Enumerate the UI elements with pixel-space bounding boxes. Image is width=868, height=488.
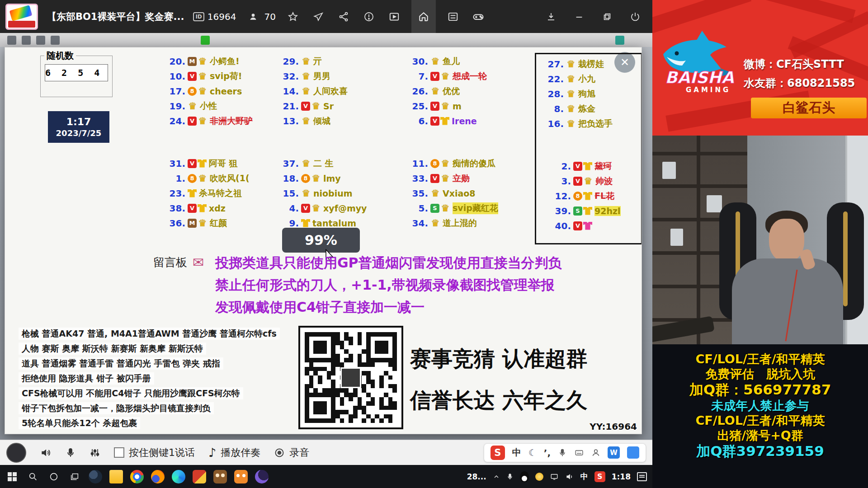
player-number: 20.: [166, 56, 185, 67]
home-tab[interactable]: [411, 0, 436, 33]
badge-crown-icon: ♛: [301, 159, 311, 168]
record-label[interactable]: 录音: [289, 446, 309, 460]
promo-headline-2: 信誉长达 六年之久: [410, 386, 587, 415]
promo-ad-line: CF/LOL/王者/和平精英: [695, 352, 825, 366]
player-badges: [301, 219, 310, 227]
badge-m-icon: M: [188, 219, 197, 228]
roster-row: 11. 8♛ 痴情的傻瓜: [409, 156, 498, 171]
speaker-icon[interactable]: [40, 447, 52, 459]
minimize-button[interactable]: [571, 8, 587, 26]
cortana-icon[interactable]: [43, 465, 64, 488]
sogou-logo-icon[interactable]: S: [491, 446, 505, 460]
player-badges: ♛: [301, 159, 311, 168]
ime-mic-icon[interactable]: [558, 448, 567, 457]
player-name: 吹吹风(1(: [210, 173, 250, 184]
random-number-input[interactable]: [45, 64, 108, 81]
tray-ime-lang[interactable]: 中: [580, 471, 588, 482]
restore-button[interactable]: [599, 8, 615, 26]
badge-shirt-icon: [440, 117, 449, 125]
badge-crown-icon: ♛: [301, 117, 311, 126]
player-badges: ♛: [566, 60, 576, 69]
microphone-icon[interactable]: [65, 447, 76, 459]
roster-column: 37. ♛ 二 生 18. 8♛ lmy 15. ♛ niobium 4. V♛…: [280, 156, 367, 230]
warning-icon[interactable]: [361, 8, 377, 26]
push-to-talk-checkbox[interactable]: [114, 447, 124, 458]
team-logo-sub-text: GAMING: [686, 86, 731, 94]
push-to-talk-label: 按住侧键1说话: [129, 446, 195, 460]
tray-sogou-icon[interactable]: S: [594, 471, 605, 482]
promo-ad-line: 未成年人禁止参与: [712, 398, 809, 413]
player-name: xdz: [209, 203, 226, 213]
tray-display-icon[interactable]: [550, 473, 559, 481]
text-line: 枪械 普通AK47 普通, M4A1普通AWM 普通沙鹰 普通柯尔特cfs: [19, 328, 280, 340]
weather-temp[interactable]: 28...: [467, 472, 486, 481]
badge-crown-icon: ♛: [566, 119, 576, 128]
channel-list-icon[interactable]: [445, 8, 461, 26]
ime-lang-toggle[interactable]: 中: [512, 446, 521, 459]
taskbar-app-file-explorer[interactable]: [106, 465, 127, 488]
player-number: 3.: [552, 176, 571, 187]
roster-row: 5. S♛ svip藏红花: [409, 201, 498, 216]
taskbar-app-browser[interactable]: [168, 465, 189, 488]
roster-row: 40. V: [552, 218, 621, 233]
qr-code: [298, 326, 403, 429]
taskbar-app-game[interactable]: [189, 465, 210, 488]
stream-id-value: 16964: [208, 11, 236, 22]
player-number: 13.: [280, 116, 299, 127]
player-name: Sr: [323, 101, 334, 111]
ime-toolbox-icon[interactable]: [627, 446, 639, 459]
system-tray: 28... 中 S 1:18: [467, 471, 651, 482]
ime-skin-icon[interactable]: [591, 448, 600, 457]
stream-app-titlebar: 【东部BO1裸装平台】奖金赛... ID 16964 70: [0, 0, 652, 33]
taskbar-app-moon[interactable]: [251, 465, 272, 488]
tray-clock[interactable]: 1:18: [612, 472, 631, 481]
badge-shirt-icon: [198, 204, 207, 212]
tray-qq-icon[interactable]: [520, 471, 529, 482]
player-badges: 8: [573, 192, 592, 201]
share-icon[interactable]: [335, 8, 352, 26]
badge-crown-icon: ♛: [301, 57, 311, 66]
taskbar-app-tiger-game[interactable]: [231, 465, 251, 488]
taskbar-app-owl-game[interactable]: [210, 465, 231, 488]
badge-crown-icon: ♛: [198, 57, 208, 66]
tray-volume-icon[interactable]: [565, 472, 574, 481]
player-name: 帅波: [595, 175, 613, 187]
player-name: 小性: [200, 100, 217, 112]
tool-icon-4[interactable]: [51, 36, 60, 45]
taskbar-app-chrome[interactable]: [127, 465, 147, 488]
ime-wubi-icon[interactable]: W: [608, 446, 620, 459]
moon-mode-icon[interactable]: ☾: [528, 447, 537, 458]
start-button[interactable]: [2, 465, 23, 488]
favorite-star-icon[interactable]: [285, 8, 301, 26]
download-icon[interactable]: [543, 8, 559, 26]
streamer-name-button[interactable]: 白鲨石头: [751, 98, 867, 118]
gamepad-icon[interactable]: [470, 8, 486, 26]
roster-row: 8. ♛ 炼金: [545, 101, 613, 116]
send-plane-icon[interactable]: [310, 8, 326, 26]
taskbar-app-steam[interactable]: [85, 465, 106, 488]
tool-icon-3[interactable]: [36, 36, 45, 45]
message-board-row: 留言板 ✉: [153, 255, 204, 270]
ime-keyboard-icon[interactable]: [574, 448, 584, 457]
punctuation-icon[interactable]: ’,: [544, 447, 551, 458]
player-name: niobium: [313, 188, 353, 198]
action-center-icon[interactable]: [637, 472, 647, 481]
tool-icon-2[interactable]: [22, 36, 31, 45]
tool-icon-1[interactable]: [7, 36, 16, 45]
player-badges: V♛: [430, 174, 450, 183]
task-view-icon[interactable]: [64, 465, 85, 488]
tray-expand-caret-icon[interactable]: [493, 473, 500, 480]
roster-row: 32. ♛ 男男: [280, 69, 348, 84]
yy-channel-label: YY:16964: [590, 421, 637, 432]
power-button[interactable]: [627, 8, 643, 26]
player-badges: ♛: [566, 104, 576, 113]
play-music-label[interactable]: 播放伴奏: [221, 446, 260, 460]
stream-title: 【东部BO1裸装平台】奖金赛...: [47, 10, 184, 23]
user-avatar[interactable]: [6, 443, 26, 463]
tray-mic-icon[interactable]: [506, 473, 514, 481]
taskbar-app-firefox[interactable]: [147, 465, 168, 488]
search-icon[interactable]: [23, 465, 43, 488]
tray-coin-icon[interactable]: [535, 473, 543, 481]
video-player-icon[interactable]: [386, 8, 402, 26]
audio-settings-icon[interactable]: [90, 447, 100, 459]
